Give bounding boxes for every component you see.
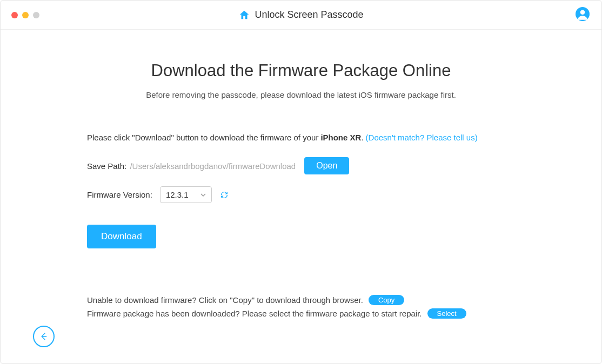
footer-line-copy: Unable to download firmware? Click on "C… — [87, 295, 515, 305]
close-window-button[interactable] — [11, 12, 18, 18]
device-mismatch-link[interactable]: (Doesn't match? Please tell us) — [366, 133, 478, 142]
page-heading: Download the Firmware Package Online — [87, 61, 515, 80]
window-title: Unlock Screen Passcode — [255, 9, 363, 21]
home-icon[interactable] — [238, 9, 250, 21]
firmware-version-label: Firmware Version: — [87, 190, 152, 199]
firmware-version-select[interactable]: 12.3.1 — [160, 186, 212, 203]
instruction-period: . — [361, 133, 363, 142]
main-content: Download the Firmware Package Online Bef… — [1, 30, 601, 319]
footer-line-select: Firmware package has been downloaded? Pl… — [87, 308, 515, 319]
footer-copy-text: Unable to download firmware? Click on "C… — [87, 295, 363, 305]
copy-button[interactable]: Copy — [369, 295, 404, 305]
save-path-value: /Users/aleksandrbogdanov/firmwareDownloa… — [130, 161, 296, 171]
instruction-prefix: Please click "Download" button to downlo… — [87, 133, 318, 142]
back-button[interactable] — [33, 326, 55, 347]
save-path-label: Save Path: — [87, 161, 126, 171]
profile-button[interactable] — [576, 7, 590, 23]
download-button[interactable]: Download — [87, 225, 156, 248]
chevron-down-icon — [200, 192, 206, 198]
firmware-version-value: 12.3.1 — [166, 190, 189, 199]
footer-select-text: Firmware package has been downloaded? Pl… — [87, 309, 422, 318]
title-center: Unlock Screen Passcode — [11, 9, 591, 21]
maximize-window-button[interactable] — [33, 12, 39, 18]
firmware-version-row: Firmware Version: 12.3.1 — [87, 186, 515, 203]
arrow-left-icon — [39, 332, 49, 341]
titlebar: Unlock Screen Passcode — [1, 1, 601, 30]
svg-point-1 — [580, 10, 585, 15]
open-button[interactable]: Open — [304, 157, 349, 174]
save-path-row: Save Path: /Users/aleksandrbogdanov/firm… — [87, 157, 515, 174]
page-subheading: Before removing the passcode, please dow… — [87, 90, 515, 99]
refresh-icon[interactable] — [219, 190, 229, 200]
instruction-line: Please click "Download" button to downlo… — [87, 133, 515, 142]
select-button[interactable]: Select — [427, 308, 466, 319]
device-name: iPhone XR — [320, 133, 361, 142]
user-icon — [576, 7, 590, 21]
minimize-window-button[interactable] — [22, 12, 29, 18]
window-controls — [11, 12, 39, 18]
